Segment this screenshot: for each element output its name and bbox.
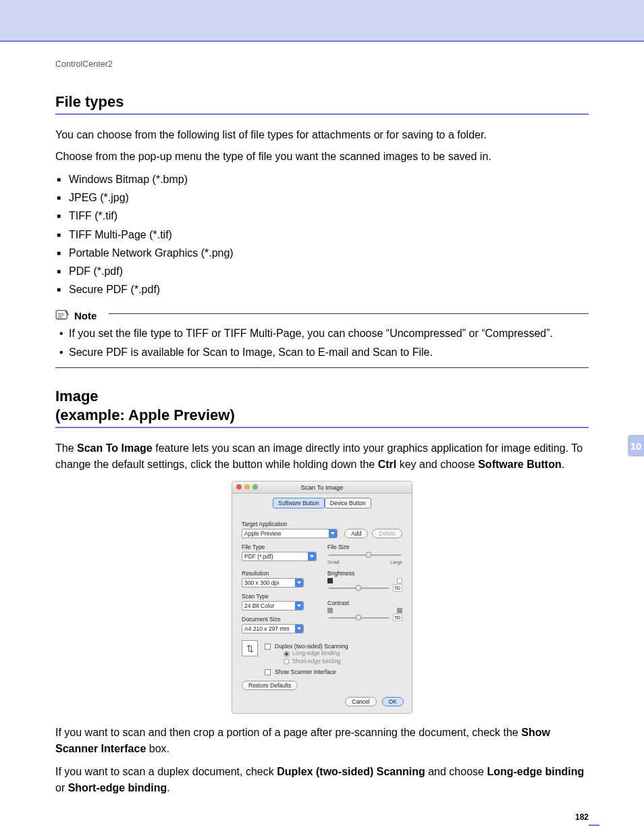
label-brightness: Brightness [327, 570, 402, 577]
checkbox-duplex[interactable] [265, 644, 271, 650]
label-resolution: Resolution [242, 570, 317, 577]
breadcrumb: ControlCenter2 [55, 59, 589, 69]
label-file-size: File Size [327, 544, 402, 550]
duplex-icon: ⇅ [242, 640, 258, 656]
select-target-application[interactable]: Apple Preview [242, 529, 338, 538]
note-end-rule [55, 367, 589, 368]
contrast-high-icon [397, 608, 402, 613]
list-item: PDF (*.pdf) [57, 262, 589, 280]
para-intro-1: You can choose from the following list o… [55, 127, 589, 143]
select-resolution[interactable]: 300 x 300 dpi [242, 578, 304, 588]
contrast-value: 50 [393, 614, 402, 621]
chevron-down-icon [295, 579, 303, 587]
dialog-titlebar: Scan To Image [232, 481, 412, 494]
tab-software-button[interactable]: Software Button [273, 498, 324, 509]
heading-file-types: File types [55, 93, 589, 111]
heading-rule-2 [55, 427, 589, 428]
para-show-scanner-interface: If you want to scan and then crop a port… [55, 725, 589, 757]
slider-contrast[interactable] [327, 615, 390, 621]
slider-brightness[interactable] [327, 585, 390, 592]
top-band [0, 0, 644, 42]
dialog-title: Scan To Image [300, 484, 343, 491]
chapter-tab: 10 [628, 435, 644, 457]
heading-rule [55, 113, 589, 115]
heading-line2: (example: Apple Preview) [55, 406, 589, 425]
brightness-light-icon [397, 578, 402, 583]
add-button[interactable]: Add [344, 529, 368, 538]
para-scan-to-image: The Scan To Image feature lets you scan … [55, 440, 589, 473]
note-icon [55, 309, 70, 321]
checkbox-show-scanner-interface[interactable] [265, 669, 271, 675]
label-target-application: Target Application [242, 521, 402, 527]
select-scan-type[interactable]: 24 Bit Color [242, 601, 304, 610]
chevron-down-icon [329, 529, 337, 538]
restore-defaults-button[interactable]: Restore Defaults [242, 681, 298, 690]
close-icon[interactable] [236, 484, 242, 490]
note-label: Note [74, 310, 97, 321]
zoom-icon[interactable] [252, 484, 258, 490]
list-item: Secure PDF (*.pdf) [57, 280, 589, 298]
note-list: If you set the file type to TIFF or TIFF… [59, 324, 589, 362]
select-file-type[interactable]: PDF (*.pdf) [242, 552, 317, 561]
chevron-down-icon [295, 625, 303, 633]
brightness-dark-icon [327, 578, 333, 583]
list-item: TIFF Multi-Page (*.tif) [57, 226, 589, 244]
note-header-row: Note [55, 305, 589, 321]
ok-button[interactable]: OK [382, 697, 404, 706]
label-file-type: File Type [242, 544, 317, 550]
chevron-down-icon [295, 602, 303, 610]
radio-short-edge[interactable] [284, 658, 290, 664]
scan-to-image-dialog: Scan To Image Software ButtonDevice Butt… [232, 481, 412, 714]
minimize-icon[interactable] [244, 484, 250, 490]
list-item: Windows Bitmap (*.bmp) [57, 170, 589, 188]
list-item: Portable Network Graphics (*.png) [57, 244, 589, 262]
slider-file-size[interactable] [327, 552, 402, 558]
file-type-list: Windows Bitmap (*.bmp) JPEG (*.jpg) TIFF… [57, 170, 589, 298]
note-item: Secure PDF is available for Scan to Imag… [59, 343, 589, 362]
label-scan-type: Scan Type [242, 593, 317, 600]
chevron-down-icon [308, 552, 316, 561]
label-contrast: Contrast [327, 600, 402, 606]
brightness-value: 50 [393, 584, 402, 592]
select-document-size[interactable]: A4 210 x 297 mm [242, 624, 304, 633]
heading-image-example: Image (example: Apple Preview) [55, 387, 589, 424]
list-item: JPEG (*.jpg) [57, 188, 589, 207]
label-document-size: Document Size [242, 616, 317, 623]
heading-line1: Image [55, 387, 589, 406]
page-number-accent [589, 825, 599, 826]
list-item: TIFF (*.tif) [57, 207, 589, 225]
cancel-button[interactable]: Cancel [345, 697, 376, 706]
window-controls[interactable] [236, 484, 258, 490]
tab-device-button[interactable]: Device Button [325, 498, 371, 509]
para-duplex: If you want to scan a duplex document, c… [55, 764, 589, 796]
page-number: 182 [575, 812, 589, 822]
contrast-low-icon [327, 608, 333, 613]
para-intro-2: Choose from the pop-up menu the type of … [55, 149, 589, 165]
radio-long-edge[interactable] [284, 651, 290, 657]
note-item: If you set the file type to TIFF or TIFF… [59, 324, 589, 343]
delete-button[interactable]: Delete [372, 529, 402, 538]
